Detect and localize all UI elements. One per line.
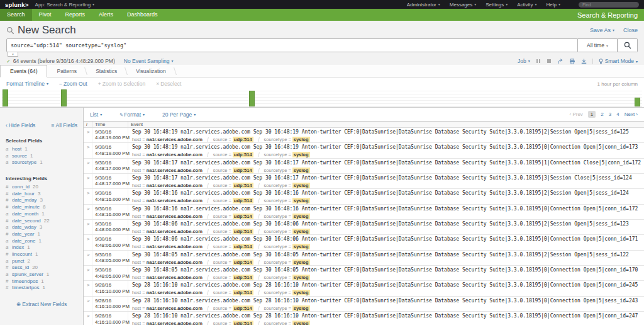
field-value[interactable]: udp:514 (233, 183, 253, 188)
format-timeline-menu[interactable]: Format Timeline▾ (6, 81, 48, 87)
field-conn-id[interactable]: #conn_id20 (0, 184, 83, 191)
close-button[interactable]: Close (623, 27, 638, 33)
field-timestartpos[interactable]: #timestartpos1 (0, 285, 83, 292)
field-name[interactable]: source (12, 153, 27, 160)
share-icon[interactable] (557, 59, 564, 64)
timeline-bar-4[interactable] (635, 98, 640, 106)
field-value[interactable]: na1r.services.adobe.com (147, 275, 203, 280)
field-value[interactable]: udp:514 (233, 321, 253, 325)
field-value[interactable]: na1r.services.adobe.com (147, 321, 203, 325)
field-name[interactable]: date_wday (12, 224, 36, 231)
nav-item-alerts[interactable]: Alerts (92, 9, 120, 21)
field-name[interactable]: splunk_server (12, 271, 43, 278)
field-value[interactable]: udp:514 (233, 198, 253, 203)
field-value[interactable]: na1r.services.adobe.com (147, 244, 203, 249)
tab-events-64[interactable]: Events (64) (0, 65, 47, 77)
timeline-bar-3[interactable] (249, 91, 255, 106)
field-value[interactable]: na1r.services.adobe.com (147, 290, 203, 295)
field-value[interactable]: syslog (292, 168, 310, 173)
field-value[interactable]: udp:514 (233, 214, 253, 219)
topbar-menu-settings[interactable]: Settings▾ (486, 2, 508, 8)
expand-chevron-icon[interactable]: > (87, 206, 90, 212)
print-icon[interactable] (569, 59, 575, 64)
field-value[interactable]: syslog (292, 229, 310, 234)
field-value[interactable]: udp:514 (233, 152, 253, 157)
field-value[interactable]: udp:514 (233, 290, 253, 295)
event-timeline-chart[interactable] (2, 89, 642, 107)
pause-icon[interactable] (536, 59, 541, 64)
zoom-to-selection-button[interactable]: +Zoom to Selection (98, 81, 145, 87)
extract-new-fields-link[interactable]: ⊕ Extract New Fields (0, 301, 83, 307)
expand-chevron-icon[interactable]: > (87, 252, 90, 258)
field-punct[interactable]: apunct2 (0, 258, 83, 265)
timeline-bar-2[interactable] (61, 89, 67, 106)
topbar-menu-messages[interactable]: Messages▾ (450, 2, 476, 8)
field-date-hour[interactable]: #date_hour3 (0, 191, 83, 198)
field-value[interactable]: udp:514 (233, 244, 253, 249)
tab-statistics[interactable]: Statistics (86, 66, 126, 77)
expand-chevron-icon[interactable]: > (87, 129, 90, 135)
search-mode-menu[interactable]: Smart Mode▾ (599, 58, 638, 64)
expand-chevron-icon[interactable]: > (87, 282, 90, 288)
field-value[interactable]: na1r.services.adobe.com (147, 198, 203, 203)
field-value[interactable]: na1r.services.adobe.com (147, 259, 203, 265)
field-name[interactable]: punct (12, 258, 25, 265)
field-date-second[interactable]: #date_second22 (0, 218, 83, 225)
field-date-wday[interactable]: adate_wday3 (0, 224, 83, 231)
field-index[interactable]: aindex1 (0, 244, 83, 251)
field-date-year[interactable]: #date_year1 (0, 231, 83, 238)
field-name[interactable]: date_second (12, 218, 41, 225)
field-sess-id[interactable]: #sess_id20 (0, 265, 83, 271)
page-1[interactable]: 1 (588, 111, 596, 118)
hide-fields-button[interactable]: ‹Hide Fields (6, 122, 35, 128)
field-name[interactable]: date_minute (12, 204, 40, 211)
field-value[interactable]: syslog (292, 183, 310, 188)
event-raw-text[interactable]: Sep 30 16:48:17 na1r.services.adobe.com … (132, 160, 644, 166)
all-fields-button[interactable]: ≡All Fields (52, 122, 77, 128)
deselect-button[interactable]: ×Deselect (156, 81, 181, 87)
expand-chevron-icon[interactable]: > (87, 298, 90, 304)
event-raw-text[interactable]: Sep 30 16:48:19 na1r.services.adobe.com … (132, 144, 644, 151)
field-date-mday[interactable]: #date_mday3 (0, 197, 83, 204)
field-name[interactable]: timeendpos (12, 278, 38, 285)
field-value[interactable]: udp:514 (233, 168, 253, 173)
run-search-button[interactable] (618, 38, 638, 52)
field-value[interactable]: na1r.services.adobe.com (147, 168, 203, 173)
zoom-out-button[interactable]: −Zoom Out (59, 81, 87, 87)
field-value[interactable]: udp:514 (233, 305, 253, 311)
field-value[interactable]: na1r.services.adobe.com (147, 137, 203, 142)
nav-item-dashboards[interactable]: Dashboards (120, 9, 165, 21)
nav-item-reports[interactable]: Reports (58, 9, 92, 21)
nav-item-search[interactable]: Search (0, 9, 32, 21)
per-page-menu[interactable]: 20 Per Page▾ (162, 111, 196, 118)
page-2[interactable]: 2 (601, 111, 603, 117)
field-host[interactable]: ahost1 (0, 146, 83, 153)
event-raw-text[interactable]: Sep 30 16:48:06 na1r.services.adobe.com … (132, 221, 644, 227)
event-raw-text[interactable]: Sep 30 16:48:05 na1r.services.adobe.com … (132, 252, 644, 258)
expand-chevron-icon[interactable]: > (87, 144, 90, 150)
event-raw-text[interactable]: Sep 28 16:16:10 na1r.services.adobe.com … (132, 313, 644, 319)
page-4[interactable]: 4 (616, 111, 619, 117)
field-value[interactable]: na1r.services.adobe.com (147, 214, 203, 219)
field-date-minute[interactable]: #date_minute8 (0, 204, 83, 211)
field-value[interactable]: syslog (292, 321, 310, 325)
topbar-menu-help[interactable]: Help▾ (547, 2, 560, 8)
field-name[interactable]: date_hour (12, 191, 35, 198)
field-name[interactable]: date_month (12, 211, 38, 218)
event-sampling-menu[interactable]: No Event Sampling▾ (124, 58, 174, 64)
field-date-zone[interactable]: adate_zone1 (0, 238, 83, 245)
save-as-button[interactable]: Save As▾ (590, 27, 614, 33)
field-value[interactable]: udp:514 (233, 259, 253, 265)
field-value[interactable]: syslog (292, 214, 310, 219)
time-range-picker[interactable]: All time▾ (578, 38, 618, 52)
field-timeendpos[interactable]: #timeendpos1 (0, 278, 83, 285)
event-raw-text[interactable]: Sep 30 16:48:06 na1r.services.adobe.com … (132, 236, 644, 242)
event-raw-text[interactable]: Sep 30 16:48:16 na1r.services.adobe.com … (132, 190, 644, 197)
search-assistant-toggle[interactable]: ▾ (8, 52, 18, 57)
field-name[interactable]: linecount (12, 251, 32, 258)
field-linecount[interactable]: #linecount1 (0, 251, 83, 258)
tab-patterns[interactable]: Patterns (47, 66, 86, 77)
expand-chevron-icon[interactable]: > (87, 236, 90, 242)
format-menu[interactable]: ✎Format▾ (119, 111, 145, 118)
export-icon[interactable] (581, 59, 587, 64)
